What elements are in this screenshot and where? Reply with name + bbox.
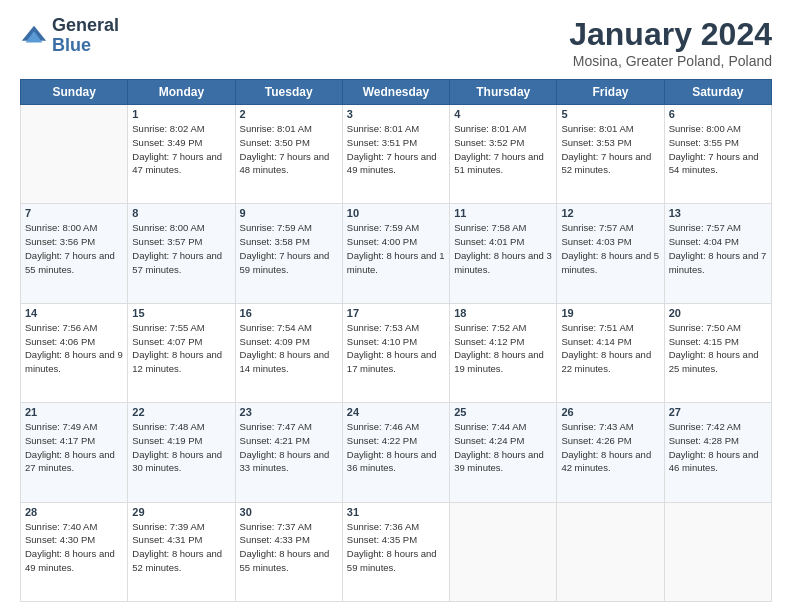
day-number: 20 [669, 307, 767, 319]
calendar-cell: 7Sunrise: 8:00 AMSunset: 3:56 PMDaylight… [21, 204, 128, 303]
day-number: 28 [25, 506, 123, 518]
calendar-cell: 21Sunrise: 7:49 AMSunset: 4:17 PMDayligh… [21, 403, 128, 502]
day-info: Sunrise: 7:59 AMSunset: 3:58 PMDaylight:… [240, 221, 338, 276]
day-number: 17 [347, 307, 445, 319]
calendar-cell: 12Sunrise: 7:57 AMSunset: 4:03 PMDayligh… [557, 204, 664, 303]
header-wednesday: Wednesday [342, 80, 449, 105]
day-number: 3 [347, 108, 445, 120]
day-info: Sunrise: 7:46 AMSunset: 4:22 PMDaylight:… [347, 420, 445, 475]
calendar-cell [21, 105, 128, 204]
calendar-cell: 27Sunrise: 7:42 AMSunset: 4:28 PMDayligh… [664, 403, 771, 502]
header-saturday: Saturday [664, 80, 771, 105]
day-info: Sunrise: 7:54 AMSunset: 4:09 PMDaylight:… [240, 321, 338, 376]
calendar-cell: 1Sunrise: 8:02 AMSunset: 3:49 PMDaylight… [128, 105, 235, 204]
day-info: Sunrise: 7:43 AMSunset: 4:26 PMDaylight:… [561, 420, 659, 475]
day-number: 4 [454, 108, 552, 120]
calendar-cell: 8Sunrise: 8:00 AMSunset: 3:57 PMDaylight… [128, 204, 235, 303]
header-friday: Friday [557, 80, 664, 105]
day-info: Sunrise: 7:59 AMSunset: 4:00 PMDaylight:… [347, 221, 445, 276]
day-number: 21 [25, 406, 123, 418]
header-tuesday: Tuesday [235, 80, 342, 105]
weekday-header-row: Sunday Monday Tuesday Wednesday Thursday… [21, 80, 772, 105]
day-info: Sunrise: 7:47 AMSunset: 4:21 PMDaylight:… [240, 420, 338, 475]
calendar-cell: 4Sunrise: 8:01 AMSunset: 3:52 PMDaylight… [450, 105, 557, 204]
day-info: Sunrise: 7:40 AMSunset: 4:30 PMDaylight:… [25, 520, 123, 575]
day-info: Sunrise: 7:42 AMSunset: 4:28 PMDaylight:… [669, 420, 767, 475]
day-number: 11 [454, 207, 552, 219]
day-number: 6 [669, 108, 767, 120]
day-info: Sunrise: 7:57 AMSunset: 4:04 PMDaylight:… [669, 221, 767, 276]
day-number: 10 [347, 207, 445, 219]
calendar-cell: 19Sunrise: 7:51 AMSunset: 4:14 PMDayligh… [557, 303, 664, 402]
day-number: 5 [561, 108, 659, 120]
calendar-cell: 26Sunrise: 7:43 AMSunset: 4:26 PMDayligh… [557, 403, 664, 502]
day-info: Sunrise: 8:00 AMSunset: 3:57 PMDaylight:… [132, 221, 230, 276]
day-info: Sunrise: 7:48 AMSunset: 4:19 PMDaylight:… [132, 420, 230, 475]
page-header: General Blue January 2024 Mosina, Greate… [20, 16, 772, 69]
day-info: Sunrise: 7:53 AMSunset: 4:10 PMDaylight:… [347, 321, 445, 376]
calendar-cell: 9Sunrise: 7:59 AMSunset: 3:58 PMDaylight… [235, 204, 342, 303]
calendar-cell: 17Sunrise: 7:53 AMSunset: 4:10 PMDayligh… [342, 303, 449, 402]
day-number: 7 [25, 207, 123, 219]
day-info: Sunrise: 8:01 AMSunset: 3:52 PMDaylight:… [454, 122, 552, 177]
calendar-week-row: 14Sunrise: 7:56 AMSunset: 4:06 PMDayligh… [21, 303, 772, 402]
day-info: Sunrise: 7:50 AMSunset: 4:15 PMDaylight:… [669, 321, 767, 376]
day-info: Sunrise: 7:57 AMSunset: 4:03 PMDaylight:… [561, 221, 659, 276]
day-number: 22 [132, 406, 230, 418]
day-number: 30 [240, 506, 338, 518]
day-number: 29 [132, 506, 230, 518]
day-info: Sunrise: 7:44 AMSunset: 4:24 PMDaylight:… [454, 420, 552, 475]
day-info: Sunrise: 8:01 AMSunset: 3:51 PMDaylight:… [347, 122, 445, 177]
logo-icon [20, 22, 48, 50]
day-number: 19 [561, 307, 659, 319]
header-sunday: Sunday [21, 80, 128, 105]
day-number: 12 [561, 207, 659, 219]
calendar-cell: 10Sunrise: 7:59 AMSunset: 4:00 PMDayligh… [342, 204, 449, 303]
calendar-cell [664, 502, 771, 601]
day-number: 18 [454, 307, 552, 319]
calendar-cell [557, 502, 664, 601]
day-number: 15 [132, 307, 230, 319]
calendar-cell: 28Sunrise: 7:40 AMSunset: 4:30 PMDayligh… [21, 502, 128, 601]
day-number: 1 [132, 108, 230, 120]
calendar-cell: 20Sunrise: 7:50 AMSunset: 4:15 PMDayligh… [664, 303, 771, 402]
calendar-cell: 14Sunrise: 7:56 AMSunset: 4:06 PMDayligh… [21, 303, 128, 402]
logo-general-text: General [52, 15, 119, 35]
calendar-week-row: 21Sunrise: 7:49 AMSunset: 4:17 PMDayligh… [21, 403, 772, 502]
calendar-cell: 25Sunrise: 7:44 AMSunset: 4:24 PMDayligh… [450, 403, 557, 502]
calendar-cell: 16Sunrise: 7:54 AMSunset: 4:09 PMDayligh… [235, 303, 342, 402]
logo: General Blue [20, 16, 119, 56]
day-info: Sunrise: 7:36 AMSunset: 4:35 PMDaylight:… [347, 520, 445, 575]
calendar-week-row: 7Sunrise: 8:00 AMSunset: 3:56 PMDaylight… [21, 204, 772, 303]
calendar-cell: 23Sunrise: 7:47 AMSunset: 4:21 PMDayligh… [235, 403, 342, 502]
day-info: Sunrise: 8:02 AMSunset: 3:49 PMDaylight:… [132, 122, 230, 177]
day-number: 26 [561, 406, 659, 418]
logo-blue-text: Blue [52, 35, 91, 55]
day-info: Sunrise: 7:52 AMSunset: 4:12 PMDaylight:… [454, 321, 552, 376]
header-monday: Monday [128, 80, 235, 105]
day-info: Sunrise: 8:00 AMSunset: 3:56 PMDaylight:… [25, 221, 123, 276]
calendar-cell: 2Sunrise: 8:01 AMSunset: 3:50 PMDaylight… [235, 105, 342, 204]
header-thursday: Thursday [450, 80, 557, 105]
day-number: 25 [454, 406, 552, 418]
title-block: January 2024 Mosina, Greater Poland, Pol… [569, 16, 772, 69]
calendar-cell: 31Sunrise: 7:36 AMSunset: 4:35 PMDayligh… [342, 502, 449, 601]
day-number: 31 [347, 506, 445, 518]
day-number: 16 [240, 307, 338, 319]
day-number: 27 [669, 406, 767, 418]
day-number: 2 [240, 108, 338, 120]
calendar-cell: 15Sunrise: 7:55 AMSunset: 4:07 PMDayligh… [128, 303, 235, 402]
day-info: Sunrise: 7:56 AMSunset: 4:06 PMDaylight:… [25, 321, 123, 376]
subtitle: Mosina, Greater Poland, Poland [569, 53, 772, 69]
day-number: 9 [240, 207, 338, 219]
calendar-cell: 3Sunrise: 8:01 AMSunset: 3:51 PMDaylight… [342, 105, 449, 204]
calendar-cell: 5Sunrise: 8:01 AMSunset: 3:53 PMDaylight… [557, 105, 664, 204]
calendar-cell: 6Sunrise: 8:00 AMSunset: 3:55 PMDaylight… [664, 105, 771, 204]
main-title: January 2024 [569, 16, 772, 53]
calendar-week-row: 28Sunrise: 7:40 AMSunset: 4:30 PMDayligh… [21, 502, 772, 601]
day-info: Sunrise: 7:51 AMSunset: 4:14 PMDaylight:… [561, 321, 659, 376]
calendar-cell: 18Sunrise: 7:52 AMSunset: 4:12 PMDayligh… [450, 303, 557, 402]
calendar-cell: 13Sunrise: 7:57 AMSunset: 4:04 PMDayligh… [664, 204, 771, 303]
calendar-page: General Blue January 2024 Mosina, Greate… [0, 0, 792, 612]
calendar-cell: 11Sunrise: 7:58 AMSunset: 4:01 PMDayligh… [450, 204, 557, 303]
